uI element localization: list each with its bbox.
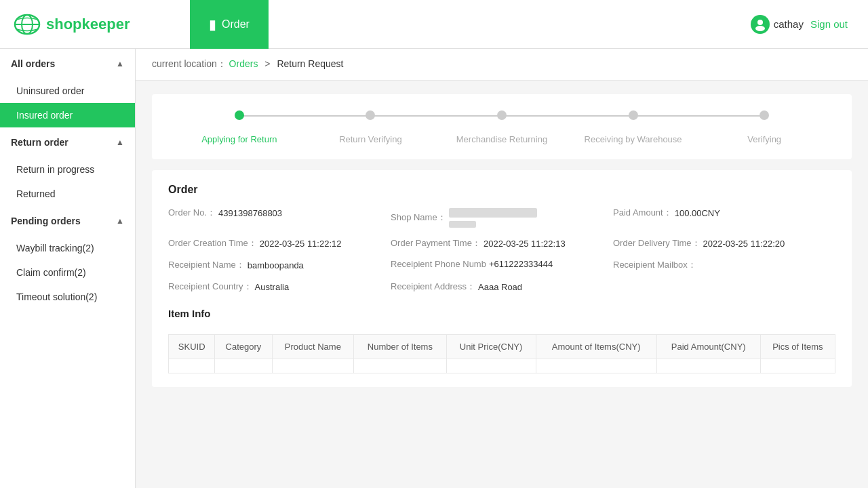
- shop-name-value: [449, 207, 537, 228]
- step-4-dot: [629, 110, 638, 120]
- step-label-4-wrap: Receiving by Warehouse: [568, 128, 699, 146]
- nav-order-button[interactable]: ▮ Order: [190, 0, 269, 49]
- receipient-country-field: Receipient Country： Australia: [168, 281, 391, 293]
- order-no-label: Order No.：: [168, 207, 216, 219]
- cell-empty: [215, 359, 272, 373]
- col-pics: Pics of Items: [760, 335, 835, 359]
- col-skuid: SKUID: [169, 335, 215, 359]
- body-wrap: All orders ▲ Uninsured order Insured ord…: [0, 49, 868, 488]
- return-order-section[interactable]: Return order ▲: [0, 127, 135, 157]
- shop-name-label: Shop Name：: [391, 211, 446, 224]
- payment-time-value: 2022-03-25 11:22:13: [484, 239, 566, 249]
- breadcrumb-separator: >: [264, 58, 270, 69]
- step-label-5-wrap: Verifying: [698, 128, 830, 146]
- sidebar-item-timeout[interactable]: Timeout solution(2): [0, 285, 135, 309]
- cell-empty: [536, 359, 656, 373]
- return-order-label: Return order: [11, 137, 68, 148]
- shop-name-blurred-2: [449, 221, 476, 228]
- all-orders-label: All orders: [11, 58, 55, 69]
- step-3-dot: [497, 110, 507, 120]
- cell-empty: [169, 359, 215, 373]
- breadcrumb-current: Return Request: [277, 58, 343, 69]
- paid-amount-label: Paid Amount：: [613, 207, 672, 219]
- col-unit-price: Unit Price(CNY): [446, 335, 536, 359]
- receipient-phone-label: Receipient Phone Numb: [391, 259, 486, 269]
- col-category: Category: [215, 335, 272, 359]
- all-orders-chevron: ▲: [116, 59, 124, 68]
- svg-point-4: [755, 26, 765, 31]
- content-area: Applying for Return Return Verifying Mer…: [136, 81, 868, 411]
- receipient-country-value: Australia: [255, 282, 290, 292]
- pending-orders-section[interactable]: Pending orders ▲: [0, 206, 135, 236]
- main-content: current location： Orders > Return Reques…: [136, 49, 868, 488]
- breadcrumb-prefix: current location：: [152, 58, 226, 69]
- logo-area: shopkeeper: [0, 11, 190, 38]
- step-label-1: Applying for Return: [201, 134, 277, 146]
- table-header-row: SKUID Category Product Name Number of It…: [169, 335, 835, 359]
- sidebar-item-returned[interactable]: Returned: [0, 182, 135, 206]
- creation-time-value: 2022-03-25 11:22:12: [260, 239, 342, 249]
- step-label-2-wrap: Return Verifying: [305, 128, 437, 146]
- header: shopkeeper ▮ Order cathay Sign out: [0, 0, 868, 49]
- receipient-address-label: Receipient Address：: [391, 281, 475, 293]
- step-4-line: [633, 115, 765, 117]
- order-no-value: 4391398768803: [218, 208, 282, 218]
- all-orders-section[interactable]: All orders ▲: [0, 49, 135, 79]
- logo-text: shopkeeper: [46, 16, 130, 33]
- signout-link[interactable]: Sign out: [810, 18, 848, 30]
- step-2-dot: [366, 110, 375, 120]
- step-label-3-wrap: Merchandise Returning: [436, 128, 568, 146]
- step-3-line: [502, 115, 633, 117]
- cell-empty: [656, 359, 760, 373]
- order-icon: ▮: [209, 16, 216, 33]
- pending-orders-label: Pending orders: [11, 216, 81, 226]
- receipient-name-label: Receipient Name：: [168, 259, 245, 271]
- sidebar-item-claim[interactable]: Claim confirm(2): [0, 260, 135, 285]
- steps-track: [174, 110, 830, 120]
- step-label-3: Merchandise Returning: [456, 134, 547, 146]
- step-1-dot: [235, 110, 244, 120]
- user-info: cathay: [751, 15, 804, 34]
- sidebar-item-waybill[interactable]: Waybill tracking(2): [0, 236, 135, 260]
- payment-time-field: Order Payment Time： 2022-03-25 11:22:13: [391, 237, 613, 249]
- svg-point-3: [757, 20, 763, 25]
- receipient-mailbox-label: Receipient Mailbox：: [613, 259, 696, 271]
- col-paid-amount: Paid Amount(CNY): [656, 335, 760, 359]
- sidebar-item-insured[interactable]: Insured order: [0, 103, 135, 127]
- delivery-time-value: 2022-03-25 11:22:20: [703, 239, 785, 249]
- nav-order-label: Order: [222, 18, 250, 30]
- cell-empty: [272, 359, 354, 373]
- payment-time-label: Order Payment Time：: [391, 237, 481, 249]
- shop-name-field: Shop Name：: [391, 207, 613, 228]
- receipient-name-value: bamboopanda: [248, 260, 304, 270]
- breadcrumb-orders-link[interactable]: Orders: [229, 58, 258, 69]
- receipient-name-field: Receipient Name： bamboopanda: [168, 259, 391, 271]
- header-right: cathay Sign out: [751, 15, 868, 34]
- step-label-4: Receiving by Warehouse: [585, 134, 682, 146]
- username-label: cathay: [774, 18, 804, 30]
- paid-amount-value: 100.00CNY: [675, 208, 720, 218]
- return-order-chevron: ▲: [116, 138, 124, 147]
- table-row: [169, 359, 835, 373]
- receipient-phone-value: +611222333444: [489, 259, 553, 269]
- delivery-time-field: Order Delivery Time： 2022-03-25 11:22:20: [613, 237, 835, 249]
- item-info-table: SKUID Category Product Name Number of It…: [168, 334, 835, 373]
- order-section: Order Order No.： 4391398768803 Shop Name…: [152, 170, 852, 387]
- col-product-name: Product Name: [272, 335, 354, 359]
- col-number-items: Number of Items: [354, 335, 446, 359]
- breadcrumb: current location： Orders > Return Reques…: [136, 49, 868, 81]
- cell-empty: [446, 359, 536, 373]
- order-row-4: Receipient Country： Australia Receipient…: [168, 281, 835, 293]
- steps-labels: Applying for Return Return Verifying Mer…: [174, 128, 830, 146]
- user-avatar-icon: [751, 15, 770, 34]
- step-label-1-wrap: Applying for Return: [174, 128, 305, 146]
- sidebar-item-return-in-progress[interactable]: Return in progress: [0, 157, 135, 182]
- receipient-mailbox-field: Receipient Mailbox：: [613, 259, 835, 271]
- item-info-section: Item Info SKUID Category Product Name Nu…: [168, 302, 835, 373]
- cell-empty: [760, 359, 835, 373]
- cell-empty: [354, 359, 446, 373]
- sidebar-item-uninsured[interactable]: Uninsured order: [0, 79, 135, 103]
- receipient-country-label: Receipient Country：: [168, 281, 252, 293]
- step-1: [174, 110, 305, 120]
- order-row-3: Receipient Name： bamboopanda Receipient …: [168, 259, 835, 271]
